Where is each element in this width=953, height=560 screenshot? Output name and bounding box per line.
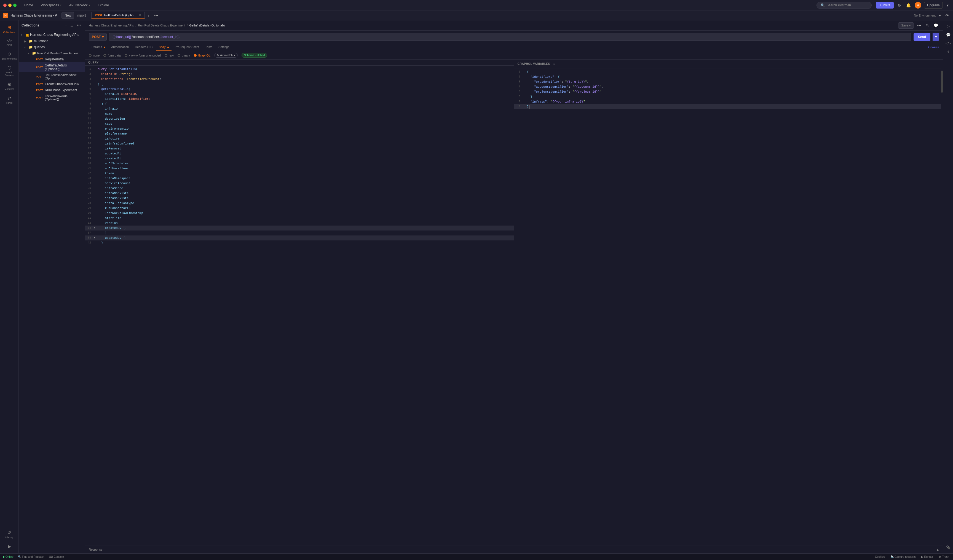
tree-item-run-pod[interactable]: ▾ 📁 Run Pod Delete Chaos Experi... <box>19 50 85 56</box>
tab-body[interactable]: Body <box>156 43 171 51</box>
query-editor[interactable]: 1 query GetInfraDetails( 2 $infraID: Str… <box>85 66 514 545</box>
search-bar[interactable]: 🔍 Search Postman <box>816 2 872 9</box>
method-selector[interactable]: POST ▾ <box>89 33 107 41</box>
save-dropdown-icon[interactable]: ▾ <box>909 24 911 27</box>
sidebar-item-history[interactable]: ↺ History <box>2 528 17 541</box>
scrollbar-track[interactable] <box>941 66 943 545</box>
tab-settings[interactable]: Settings <box>216 43 232 51</box>
chevron-down-icon: ▾ <box>234 54 235 57</box>
edit-icon[interactable]: ✎ <box>925 22 930 29</box>
settings-button[interactable]: ⚙ <box>897 2 902 9</box>
sidebar-item-collections[interactable]: ⊞ Collections <box>2 23 17 36</box>
minimize-button[interactable] <box>8 3 12 7</box>
radio-raw[interactable] <box>165 54 168 57</box>
url-input[interactable]: {{chaos_url}}?accountIdentifier={{accoun… <box>109 33 911 41</box>
code-icon[interactable]: </> <box>944 40 953 47</box>
bell-button[interactable]: 🔔 <box>905 2 912 9</box>
sidebar-item-flows[interactable]: ⇄ Flows <box>2 93 17 106</box>
add-collection-button[interactable]: + <box>64 23 68 28</box>
sidebar-item-environments[interactable]: ⊙ Environments <box>2 49 17 62</box>
radio-url-encoded[interactable] <box>125 54 127 57</box>
body-opt-raw[interactable]: raw <box>165 54 174 57</box>
tree-root[interactable]: ▾ ▣ Harness Chaos Engineering APIs <box>19 31 85 38</box>
collapse-response-icon[interactable]: ▲ <box>936 548 939 551</box>
sidebar-item-monitors[interactable]: ◉ Monitors <box>2 79 17 93</box>
sidebar-item-mock-servers[interactable]: ⬡ Mock Servers <box>2 63 17 79</box>
tab-pre-request[interactable]: Pre-request Script <box>172 43 202 51</box>
scrollbar-thumb[interactable] <box>941 71 943 93</box>
send-button[interactable]: Send <box>914 33 930 41</box>
body-opt-url-encoded[interactable]: x-www-form-urlencoded <box>125 54 161 57</box>
tree-item-list-workflow[interactable]: POST ListWorkflowRun (Optional)) <box>19 93 85 102</box>
radio-form-data[interactable] <box>103 54 106 57</box>
auto-fetch-button[interactable]: ↻ Auto-fetch ▾ <box>214 53 238 57</box>
avatar-button[interactable]: H <box>915 2 921 9</box>
panel-header: Collections + ☰ ••• <box>19 20 85 30</box>
close-tab-icon[interactable]: ✕ <box>139 14 141 17</box>
nav-explore[interactable]: Explore <box>95 2 113 8</box>
body-opt-form-data[interactable]: form-data <box>103 54 121 57</box>
variables-info-icon[interactable]: ℹ <box>553 61 556 67</box>
request-tab[interactable]: POST GetInfraDetails (Optio... ✕ <box>91 12 145 19</box>
panel-icons: + ☰ ••• <box>64 23 82 28</box>
console-button[interactable]: ⌨ Console <box>48 554 65 560</box>
more-tabs-button[interactable]: ••• <box>152 12 160 19</box>
info-icon[interactable]: ℹ <box>946 48 950 56</box>
new-button[interactable]: New <box>62 12 74 19</box>
trash-icon: 🗑 <box>939 555 941 558</box>
environment-icon[interactable]: 👁 <box>944 12 950 19</box>
tree-item-register-infra[interactable]: POST RegisterInfra <box>19 56 85 62</box>
radio-graphql[interactable] <box>194 54 197 57</box>
body-opt-binary[interactable]: binary <box>178 54 190 57</box>
filter-icon[interactable]: ☰ <box>69 23 75 28</box>
sidebar-item-runner[interactable]: ▶ <box>2 541 17 551</box>
tree-item-get-infra[interactable]: POST GetInfraDetails (Optional)) <box>19 62 85 72</box>
tree-item-run-chaos[interactable]: POST RunChaosExperiment <box>19 87 85 93</box>
runner-button[interactable]: ▶ Runner <box>920 554 934 560</box>
code-line: 5 "projectIdentifier": "{{project_id}}" <box>514 89 943 94</box>
trash-button[interactable]: 🗑 Trash <box>937 554 950 560</box>
more-request-options[interactable]: ••• <box>916 22 922 29</box>
environments-icon: ⊙ <box>8 51 11 56</box>
comment-icon[interactable]: 💬 <box>944 31 952 39</box>
more-options-icon[interactable]: ▾ <box>945 2 950 9</box>
find-replace-button[interactable]: 🔍 Find and Replace <box>17 554 45 560</box>
more-options-button[interactable]: ••• <box>76 23 82 28</box>
add-tab-button[interactable]: + <box>145 12 152 19</box>
tree-item-queries[interactable]: ▾ 📁 queries <box>19 44 85 50</box>
capture-requests-button[interactable]: 📡 Capture requests <box>889 554 917 560</box>
maximize-button[interactable] <box>13 3 17 7</box>
tab-authorization[interactable]: Authorization <box>109 43 132 51</box>
variables-editor[interactable]: 1 { 2 "identifiers": { 3 "orgIdentifier"… <box>514 68 943 545</box>
nav-home[interactable]: Home <box>21 2 36 8</box>
breadcrumb-part1[interactable]: Harness Chaos Engineering APIs <box>89 24 134 27</box>
tab-headers[interactable]: Headers (11) <box>132 43 155 51</box>
cookies-button[interactable]: Cookies <box>874 554 886 560</box>
nav-workspaces[interactable]: Workspaces ▾ <box>37 2 65 8</box>
nav-api-network[interactable]: API Network ▾ <box>66 2 93 8</box>
send-dropdown-button[interactable]: ▾ <box>933 33 939 41</box>
body-opt-none[interactable]: none <box>89 54 99 57</box>
sidebar-item-apis[interactable]: </> APIs <box>2 36 17 48</box>
tree-item-mutations[interactable]: ▶ 📁 mutations <box>19 38 85 44</box>
body-opt-graphql[interactable]: GraphQL <box>194 54 210 57</box>
import-button[interactable]: Import <box>76 14 86 17</box>
send-request-icon[interactable]: ▷ <box>945 23 951 30</box>
tab-params[interactable]: Params <box>89 43 108 51</box>
save-button[interactable]: Save ▾ <box>898 22 914 29</box>
breadcrumb-sep: / <box>135 24 136 27</box>
environment-dropdown[interactable]: ▾ <box>938 12 942 19</box>
tree-item-list-predefined[interactable]: POST ListPredefinedWorkflow (Op... <box>19 72 85 81</box>
cookies-link[interactable]: Cookies <box>928 45 939 49</box>
close-button[interactable] <box>3 3 7 7</box>
breadcrumb-part2[interactable]: Run Pod Delete Chaos Experiment <box>138 24 185 27</box>
invite-button[interactable]: + Invite <box>876 2 894 9</box>
tree-item-create-chaos[interactable]: POST CreateChaosWorkFlow <box>19 81 85 87</box>
comment-icon[interactable]: 💬 <box>932 22 939 29</box>
history-icon: ↺ <box>8 530 11 535</box>
radio-none[interactable] <box>89 54 92 57</box>
tab-tests[interactable]: Tests <box>202 43 215 51</box>
schema-icon[interactable]: 🔌 <box>944 544 952 551</box>
upgrade-button[interactable]: Upgrade <box>924 2 943 9</box>
radio-binary[interactable] <box>178 54 180 57</box>
